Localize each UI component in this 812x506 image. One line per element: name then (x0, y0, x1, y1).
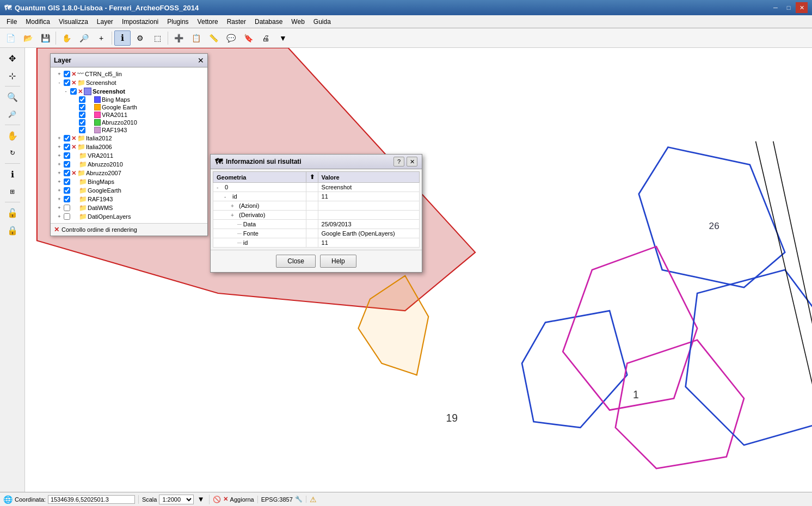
info-dialog-header[interactable]: 🗺 Informazioni sui risultati ? ✕ (211, 155, 422, 169)
tree-expand-derivato[interactable]: + (231, 212, 237, 218)
checkbox-bingmaps[interactable] (64, 178, 70, 185)
close-btn[interactable]: Close (276, 255, 316, 268)
checkbox-raf-sub[interactable] (79, 127, 85, 133)
measure-btn[interactable]: 📏 (205, 30, 222, 46)
expand-datiwms[interactable]: + (56, 205, 63, 211)
scala-dropdown-arrow[interactable]: ▼ (196, 495, 205, 503)
layer-panel-close-btn[interactable]: ✕ (198, 56, 204, 65)
checkbox-googleearth[interactable] (64, 187, 70, 194)
label-bing[interactable]: Bing Maps (102, 96, 130, 103)
expand-raf1943[interactable]: + (56, 196, 63, 202)
checkbox-raf1943[interactable] (64, 196, 70, 202)
rotate-btn[interactable]: ↻ (4, 145, 21, 161)
label-abruzzo2010[interactable]: Abruzzo2010 (88, 161, 123, 168)
label-datiopenlayers[interactable]: DatiOpenLayers (88, 213, 131, 220)
zoom-extent-btn[interactable]: 🔎 (76, 30, 92, 46)
identify-btn[interactable]: ℹ (4, 166, 21, 182)
menu-raster[interactable]: Raster (223, 15, 250, 28)
checkbox-screenshot-group[interactable] (64, 79, 70, 86)
close-button[interactable]: ✕ (796, 2, 808, 13)
label-bingmaps[interactable]: BingMaps (88, 178, 114, 185)
lock2-btn[interactable]: 🔒 (4, 222, 21, 238)
epsg-icon[interactable]: 🔧 (295, 496, 303, 503)
expand-ctrn[interactable]: + (56, 71, 63, 77)
label-google[interactable]: Google Earth (102, 104, 137, 110)
expand-abruzzo2007[interactable]: + (56, 170, 63, 176)
info-dialog-help-ctrl-btn[interactable]: ? (393, 157, 404, 166)
label-abruzzo2007[interactable]: Abruzzo2007 (86, 170, 121, 176)
coord-input[interactable] (48, 495, 135, 504)
label-screenshot-group[interactable]: Screenshot (86, 79, 116, 86)
checkbox-google[interactable] (79, 104, 85, 110)
checkbox-abruzzo2010[interactable] (64, 161, 70, 168)
layer-panel-content[interactable]: + ✕ 〰 CTRN_cl5_lin - ✕ 📁 Screenshot (51, 67, 207, 223)
select-btn[interactable]: ⬚ (149, 30, 165, 46)
label-screenshot-sub[interactable]: Screenshot (93, 88, 125, 95)
label-ctrn[interactable]: CTRN_cl5_lin (85, 71, 122, 77)
col-geometry[interactable]: Geometria (213, 172, 306, 183)
checkbox-bing[interactable] (79, 96, 85, 103)
label-italia2006[interactable]: Italia2006 (86, 144, 112, 150)
checkbox-vra2011[interactable] (64, 152, 70, 159)
label-googleearth[interactable]: GoogleEarth (88, 187, 121, 194)
tree-expand-azioni[interactable]: + (231, 203, 237, 209)
checkbox-datiopenlayers[interactable] (64, 213, 70, 220)
menu-impostazioni[interactable]: Impostazioni (118, 15, 163, 28)
more-btn[interactable]: ▼ (275, 30, 291, 46)
tree-expand-0[interactable]: - (217, 184, 223, 190)
add-layer-btn[interactable]: ➕ (170, 30, 187, 46)
move-tool-btn[interactable]: ✥ (4, 50, 21, 66)
expand-bingmaps[interactable]: + (56, 178, 63, 185)
checkbox-abruzzo2007[interactable] (64, 170, 70, 176)
expand-googleearth[interactable]: + (56, 187, 63, 194)
save-project-btn[interactable]: 💾 (37, 30, 53, 46)
bookmark-btn[interactable]: 🔖 (240, 30, 256, 46)
label-vra2011[interactable]: VRA2011 (88, 152, 113, 159)
menu-visualizza[interactable]: Visualizza (54, 15, 93, 28)
menu-file[interactable]: File (2, 15, 21, 28)
expand-screenshot-sub[interactable]: - (63, 88, 69, 95)
checkbox-datiwms[interactable] (64, 205, 70, 211)
minimize-button[interactable]: ─ (770, 2, 782, 13)
menu-layer[interactable]: Layer (93, 15, 118, 28)
zoom-in-tool-btn[interactable]: 🔍 (4, 89, 21, 105)
epsg-label[interactable]: EPSG:3857 (261, 496, 293, 503)
menu-web[interactable]: Web (287, 15, 309, 28)
menu-vettore[interactable]: Vettore (193, 15, 223, 28)
pan-tool-btn[interactable]: ✋ (4, 127, 21, 144)
menu-guida[interactable]: Guida (309, 15, 335, 28)
col-sort[interactable]: ⬆ (306, 172, 318, 183)
warning-icon[interactable]: ⚠ (310, 495, 317, 504)
label-datiwms[interactable]: DatiWMS (88, 205, 113, 211)
label-abruzzo-sub[interactable]: Abruzzo2010 (102, 119, 137, 126)
lock1-btn[interactable]: 🔓 (4, 205, 21, 221)
zoom-out-tool-btn[interactable]: 🔎 (4, 106, 21, 122)
select-tool-btn[interactable]: ⊹ (4, 67, 21, 84)
help-btn[interactable]: Help (320, 255, 356, 268)
attribute-table-btn[interactable]: 📋 (188, 30, 204, 46)
checkbox-screenshot-sub[interactable] (70, 88, 77, 95)
settings-btn[interactable]: ⚙ (132, 30, 148, 46)
layer-panel-header[interactable]: Layer ✕ (51, 54, 207, 67)
tree-expand-id[interactable]: - (224, 194, 231, 200)
expand-vra2011[interactable]: + (56, 152, 63, 159)
pan-btn[interactable]: ✋ (58, 30, 75, 46)
open-project-btn[interactable]: 📂 (20, 30, 36, 46)
label-vra-sub[interactable]: VRA2011 (102, 112, 127, 118)
checkbox-italia2012[interactable] (64, 135, 70, 141)
zoom-in-btn[interactable]: + (93, 30, 109, 46)
menu-modifica[interactable]: Modifica (21, 15, 54, 28)
print-btn[interactable]: 🖨 (257, 30, 274, 46)
info-btn[interactable]: ℹ (114, 30, 131, 46)
checkbox-abruzzo-sub[interactable] (79, 119, 85, 126)
label-raf1943[interactable]: RAF1943 (88, 196, 113, 202)
scala-dropdown[interactable]: 1:2000 1:5000 1:10000 (159, 495, 194, 504)
checkbox-ctrn[interactable] (64, 71, 70, 77)
maximize-button[interactable]: □ (783, 2, 795, 13)
expand-screenshot-group[interactable]: - (56, 79, 63, 86)
annotate-btn[interactable]: 💬 (223, 30, 239, 46)
query-btn[interactable]: ⊞ (4, 183, 21, 200)
label-italia2012[interactable]: Italia2012 (86, 135, 112, 141)
expand-datiopenlayers[interactable]: + (56, 213, 63, 220)
checkbox-vra-sub[interactable] (79, 112, 85, 118)
